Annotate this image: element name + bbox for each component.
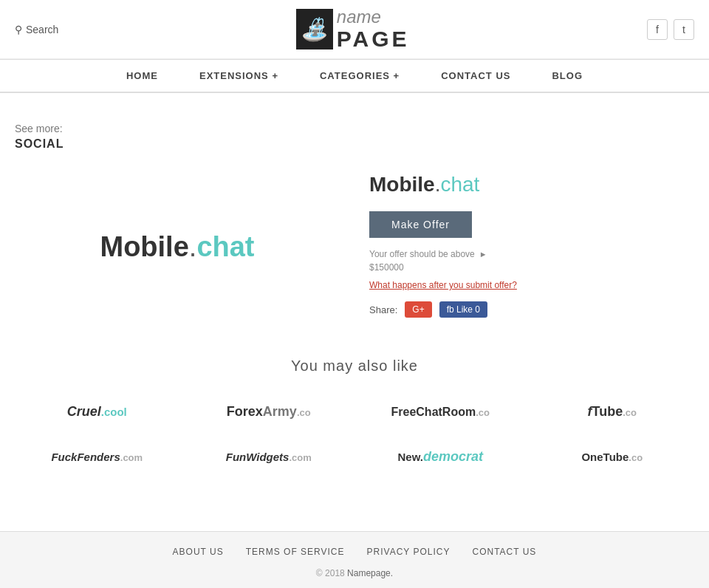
domain-onetube: OneTube.co [581,449,643,465]
footer-copy-link[interactable]: Namepage. [347,568,393,578]
footer-link-terms[interactable]: TERMS OF SERVICE [246,547,345,557]
nav-item-contact: CONTACT US [420,60,531,92]
arrow-right-icon: ► [479,250,487,259]
logo-link[interactable]: ⛲ name PAGE [296,7,410,51]
domain-forexarmy: ForexArmy.co [227,404,311,420]
nav-link-categories[interactable]: CATEGORIES + [299,60,420,92]
domain-funwidgets: FunWidgets.com [226,449,312,465]
footer-links: ABOUT US TERMS OF SERVICE PRIVACY POLICY… [15,547,694,557]
domain-fuckfenders: FuckFenders.com [51,449,143,465]
nav-link-home[interactable]: HOME [106,60,179,92]
nav-link-extensions[interactable]: EXTENSIONS + [179,60,299,92]
footer-copy-text: © 2018 [316,568,345,578]
logo-text: name PAGE [337,7,410,51]
search-button[interactable]: ⚲ Search [15,24,58,35]
footer-link-privacy[interactable]: PRIVACY POLICY [367,547,451,557]
fb-like-button[interactable]: fb Like 0 [439,301,487,318]
share-row: Share: G+ fb Like 0 [369,301,694,318]
logo-letter: ⛲ [301,16,328,42]
list-item[interactable]: FunWidgets.com [187,442,352,472]
nav-link-contact[interactable]: CONTACT US [420,60,531,92]
nav-item-blog: BLOG [531,60,603,92]
domain-freechatroom: FreeChatRoom.co [391,404,490,420]
offer-link[interactable]: What happens after you submit offer? [369,280,694,290]
product-title: Mobile.chat [369,173,694,196]
domain-cruel: Cruel.cool [67,404,127,420]
footer-link-about[interactable]: ABOUT US [173,547,224,557]
product-logo-dot: . [189,231,197,262]
nav-item-extensions: EXTENSIONS + [179,60,299,92]
nav-list: HOME EXTENSIONS + CATEGORIES + CONTACT U… [0,60,709,92]
also-like-grid: Cruel.cool ForexArmy.co FreeChatRoom.co … [15,397,694,472]
list-item[interactable]: FuckFenders.com [15,442,179,472]
nav-item-home: HOME [106,60,179,92]
list-item[interactable]: Cruel.cool [15,397,179,427]
footer: ABOUT US TERMS OF SERVICE PRIVACY POLICY… [0,531,709,588]
breadcrumb-category[interactable]: SOCIAL [15,137,694,151]
product-logo-name: Mobile [100,231,188,262]
product-logo-ext: chat [196,231,254,262]
list-item[interactable]: fTube.co [530,397,695,427]
product-section: Mobile.chat Mobile.chat Make Offer Your … [15,173,694,321]
make-offer-button[interactable]: Make Offer [369,211,472,238]
offer-info: Your offer should be above ► [369,249,694,259]
share-label: Share: [369,304,397,315]
header: ⚲ Search ⛲ name PAGE f t [0,0,709,59]
social-links: f t [647,19,694,40]
also-like-title: You may also like [15,358,694,375]
logo-page: PAGE [337,27,410,51]
nav-link-blog[interactable]: BLOG [531,60,603,92]
product-title-ext: chat [440,173,479,196]
search-label: Search [26,24,58,35]
product-logo: Mobile.chat [100,231,254,263]
list-item[interactable]: ForexArmy.co [187,397,352,427]
domain-ftube: fTube.co [588,404,637,420]
search-icon: ⚲ [15,24,22,35]
footer-copyright: © 2018 Namepage. [15,568,694,578]
footer-link-contact[interactable]: CONTACT US [472,547,536,557]
list-item[interactable]: FreeChatRoom.co [358,397,523,427]
breadcrumb: See more: SOCIAL [15,123,694,151]
nav-item-categories: CATEGORIES + [299,60,420,92]
list-item[interactable]: New.democrat [358,442,523,472]
main-nav: HOME EXTENSIONS + CATEGORIES + CONTACT U… [0,59,709,93]
product-info: Mobile.chat Make Offer Your offer should… [369,173,694,318]
list-item[interactable]: OneTube.co [530,442,695,472]
gplus-button[interactable]: G+ [405,301,431,318]
product-logo-area: Mobile.chat [15,173,340,321]
logo-icon: ⛲ [296,9,333,49]
main-content: See more: SOCIAL Mobile.chat Mobile.chat… [0,93,709,502]
domain-newdemocrat: New.democrat [398,449,483,465]
facebook-icon[interactable]: f [647,19,668,40]
logo-name: name [337,7,410,27]
see-more-label: See more: [15,123,694,134]
offer-price: $150000 [369,262,694,273]
also-like-section: You may also like Cruel.cool ForexArmy.c… [15,358,694,472]
offer-info-text: Your offer should be above [369,249,475,259]
twitter-icon[interactable]: t [674,19,694,40]
product-title-name: Mobile [369,173,435,196]
